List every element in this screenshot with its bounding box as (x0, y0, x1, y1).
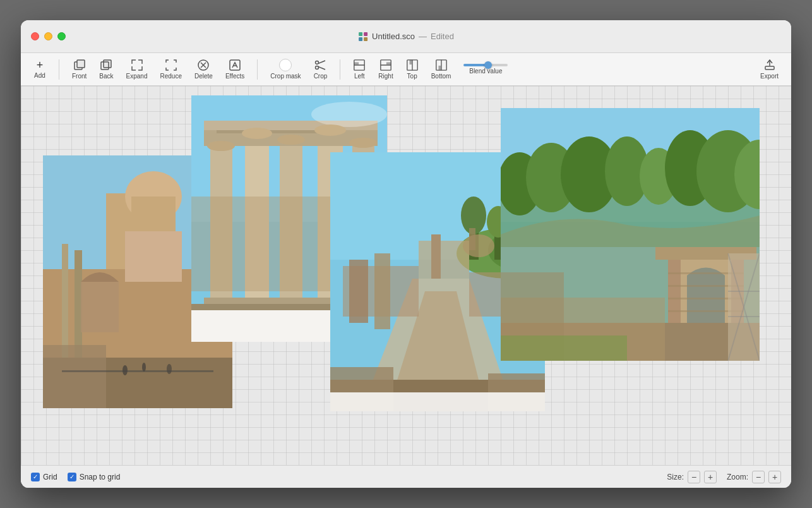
grid-label: Grid (43, 473, 57, 481)
delete-icon (197, 59, 210, 71)
svg-point-90 (463, 234, 494, 257)
window-title-area: Untitled.sco — Edited (358, 32, 454, 42)
maximize-button[interactable] (57, 32, 66, 40)
delete-button[interactable]: Delete (189, 56, 218, 82)
grid-checkbox-item[interactable]: Grid (31, 473, 57, 481)
toolbar: + Add Front Back (21, 53, 791, 86)
svg-rect-81 (349, 260, 368, 323)
statusbar: Grid Snap to grid Size: − + Zoom: − + (21, 465, 791, 488)
svg-line-14 (318, 61, 325, 64)
svg-point-64 (277, 135, 305, 145)
reduce-button[interactable]: Reduce (155, 56, 187, 82)
svg-rect-24 (409, 60, 412, 64)
align-right-button[interactable]: Right (373, 56, 398, 82)
svg-rect-6 (104, 60, 111, 68)
zoom-decrease-button[interactable]: − (752, 471, 765, 483)
reduce-label: Reduce (160, 73, 182, 80)
snap-label: Snap to grid (80, 473, 121, 481)
export-icon (763, 59, 776, 71)
blend-slider[interactable] (463, 64, 508, 66)
crop-button[interactable]: Crop (309, 56, 333, 82)
export-label: Export (760, 73, 779, 80)
minimize-button[interactable] (44, 32, 52, 40)
close-button[interactable] (31, 32, 39, 40)
add-button[interactable]: + Add (28, 57, 51, 82)
back-label: Back (99, 73, 113, 80)
front-label: Front (72, 73, 87, 80)
svg-rect-28 (765, 66, 774, 70)
traffic-lights (31, 32, 66, 40)
add-icon: + (37, 59, 44, 71)
photo-4[interactable] (501, 108, 760, 361)
separator-1 (59, 59, 59, 80)
svg-rect-2 (359, 37, 362, 41)
svg-rect-105 (687, 275, 725, 326)
svg-point-62 (207, 141, 235, 151)
snap-checkbox-item[interactable]: Snap to grid (68, 473, 121, 481)
align-right-icon (379, 59, 392, 71)
crop-mask-label: Crop mask (270, 73, 301, 80)
align-left-button[interactable]: Left (348, 56, 371, 82)
align-bottom-button[interactable]: Bottom (426, 56, 457, 82)
status-right: Size: − + Zoom: − + (667, 471, 781, 483)
svg-rect-91 (469, 228, 475, 250)
svg-point-44 (167, 364, 172, 374)
svg-point-65 (314, 124, 346, 136)
size-group: Size: − + (667, 471, 717, 483)
svg-rect-27 (438, 66, 441, 70)
size-decrease-button[interactable]: − (688, 471, 700, 483)
window-edited: Edited (431, 32, 454, 41)
delete-label: Delete (194, 73, 213, 80)
app-icon (358, 32, 368, 42)
titlebar: Untitled.sco — Edited (21, 20, 791, 53)
svg-rect-121 (501, 336, 627, 361)
svg-rect-41 (43, 345, 106, 408)
status-left: Grid Snap to grid (31, 473, 120, 481)
svg-rect-84 (419, 241, 469, 279)
blend-value-label: Blend value (469, 68, 502, 75)
front-button[interactable]: Front (67, 56, 92, 82)
svg-rect-1 (364, 32, 367, 36)
back-button[interactable]: Back (94, 56, 118, 82)
export-button[interactable]: Export (755, 56, 784, 82)
blend-value-control[interactable]: Blend value (458, 61, 513, 77)
svg-point-43 (142, 363, 146, 372)
bottom-label: Bottom (431, 73, 451, 80)
svg-rect-85 (431, 234, 441, 279)
add-label: Add (34, 72, 45, 79)
crop-mask-button[interactable]: Crop mask (265, 56, 306, 82)
blend-slider-thumb (484, 61, 492, 69)
grid-checkbox[interactable] (31, 473, 40, 481)
align-top-button[interactable]: Top (401, 56, 424, 82)
back-icon (100, 59, 112, 71)
align-top-icon (406, 59, 419, 71)
crop-label: Crop (314, 73, 328, 80)
app-window: Untitled.sco — Edited + Add Front Ba (21, 20, 791, 488)
zoom-increase-button[interactable]: + (768, 471, 781, 483)
svg-rect-45 (62, 370, 213, 372)
top-label: Top (407, 73, 417, 80)
svg-line-15 (318, 67, 325, 70)
size-label: Size: (667, 473, 684, 481)
canvas-area[interactable] (21, 86, 791, 465)
svg-point-63 (242, 128, 272, 139)
front-icon (73, 59, 86, 71)
svg-point-13 (316, 66, 319, 70)
effects-button[interactable]: Effects (220, 56, 249, 82)
zoom-group: Zoom: − + (727, 471, 781, 483)
svg-rect-82 (374, 253, 390, 329)
size-increase-button[interactable]: + (704, 471, 717, 483)
svg-point-12 (316, 61, 319, 64)
svg-rect-21 (386, 62, 391, 64)
separator-3 (340, 59, 340, 80)
photo-4-image (501, 108, 760, 361)
crop-mask-icon (279, 59, 292, 71)
svg-rect-89 (330, 392, 545, 411)
expand-label: Expand (126, 73, 148, 80)
expand-button[interactable]: Expand (121, 56, 153, 82)
expand-icon (131, 59, 143, 71)
reduce-icon (165, 59, 177, 71)
snap-checkbox[interactable] (68, 473, 76, 481)
svg-rect-18 (354, 62, 359, 64)
svg-rect-3 (364, 37, 367, 41)
